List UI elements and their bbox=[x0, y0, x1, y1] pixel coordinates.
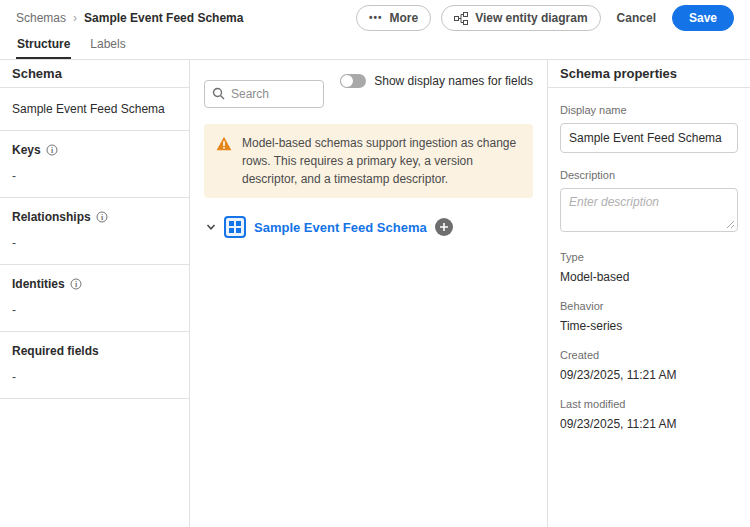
sidebar-section-identities: Identities i - bbox=[0, 265, 189, 332]
display-names-toggle-row: Show display names for fields bbox=[340, 74, 533, 88]
entity-diagram-icon bbox=[454, 12, 468, 25]
tab-structure[interactable]: Structure bbox=[16, 36, 71, 59]
display-name-input[interactable] bbox=[560, 123, 738, 153]
topbar-actions: ••• More View entity diagram Cancel Save bbox=[356, 5, 734, 31]
cancel-button[interactable]: Cancel bbox=[611, 5, 662, 31]
last-modified-value: 09/23/2025, 11:21 AM bbox=[560, 417, 738, 431]
created-value: 09/23/2025, 11:21 AM bbox=[560, 368, 738, 382]
add-field-button[interactable] bbox=[435, 218, 453, 236]
description-input[interactable] bbox=[560, 188, 738, 232]
plus-icon bbox=[440, 223, 448, 231]
more-label: More bbox=[389, 11, 418, 25]
sidebar-section-relationships: Relationships i - bbox=[0, 198, 189, 265]
sidebar-section-keys: Keys i - bbox=[0, 131, 189, 198]
toggle-knob bbox=[341, 75, 353, 87]
identities-section-label: Identities bbox=[12, 277, 65, 291]
required-fields-section-label: Required fields bbox=[12, 344, 99, 358]
svg-text:i: i bbox=[101, 213, 104, 222]
svg-text:i: i bbox=[51, 146, 54, 155]
identities-section-value: - bbox=[12, 303, 177, 317]
description-label: Description bbox=[560, 169, 738, 181]
keys-section-label: Keys bbox=[12, 143, 41, 157]
info-icon[interactable]: i bbox=[70, 278, 82, 290]
view-entity-diagram-button[interactable]: View entity diagram bbox=[441, 5, 600, 31]
last-modified-label: Last modified bbox=[560, 398, 738, 410]
chevron-down-icon[interactable] bbox=[206, 222, 216, 232]
tree-root-schema-name[interactable]: Sample Event Feed Schema bbox=[254, 220, 427, 235]
tab-bar: Structure Labels bbox=[0, 36, 750, 60]
breadcrumb-separator: › bbox=[73, 11, 77, 25]
breadcrumb-current: Sample Event Feed Schema bbox=[84, 11, 243, 25]
relationships-section-label: Relationships bbox=[12, 210, 91, 224]
schema-properties-panel: Schema properties Display name Descripti… bbox=[547, 60, 750, 527]
structure-canvas: Show display names for fields Model-base… bbox=[190, 60, 547, 527]
display-name-label: Display name bbox=[560, 104, 738, 116]
model-based-warning-banner: Model-based schemas support ingestion as… bbox=[204, 124, 533, 198]
warning-text: Model-based schemas support ingestion as… bbox=[242, 134, 521, 188]
info-icon[interactable]: i bbox=[96, 211, 108, 223]
sidebar-title: Schema bbox=[0, 60, 189, 88]
content-area: Schema Sample Event Feed Schema Keys i -… bbox=[0, 60, 750, 527]
toggle-label: Show display names for fields bbox=[374, 74, 533, 88]
warning-icon bbox=[216, 136, 232, 151]
search-box bbox=[204, 80, 324, 108]
breadcrumb-schemas-link[interactable]: Schemas bbox=[16, 11, 66, 25]
sidebar-item-schema[interactable]: Sample Event Feed Schema bbox=[0, 88, 189, 131]
type-label: Type bbox=[560, 251, 738, 263]
created-label: Created bbox=[560, 349, 738, 361]
required-fields-section-value: - bbox=[12, 370, 177, 384]
behavior-value: Time-series bbox=[560, 319, 738, 333]
sidebar-section-required-fields: Required fields - bbox=[0, 332, 189, 399]
type-value: Model-based bbox=[560, 270, 738, 284]
behavior-label: Behavior bbox=[560, 300, 738, 312]
show-display-names-toggle[interactable] bbox=[340, 74, 366, 88]
more-icon: ••• bbox=[369, 12, 383, 23]
tab-labels[interactable]: Labels bbox=[89, 36, 126, 59]
schema-properties-title: Schema properties bbox=[548, 60, 750, 88]
schema-tree-root-row: Sample Event Feed Schema bbox=[204, 216, 533, 238]
info-icon[interactable]: i bbox=[46, 144, 58, 156]
relationships-section-value: - bbox=[12, 236, 177, 250]
breadcrumb: Schemas › Sample Event Feed Schema bbox=[16, 11, 243, 25]
view-entity-diagram-label: View entity diagram bbox=[475, 11, 587, 25]
keys-section-value: - bbox=[12, 169, 177, 183]
search-icon bbox=[212, 87, 225, 100]
top-bar: Schemas › Sample Event Feed Schema ••• M… bbox=[0, 0, 750, 36]
schema-sidebar: Schema Sample Event Feed Schema Keys i -… bbox=[0, 60, 190, 527]
schema-root-icon bbox=[224, 216, 246, 238]
svg-text:i: i bbox=[75, 280, 78, 289]
save-button[interactable]: Save bbox=[672, 5, 734, 31]
more-button[interactable]: ••• More bbox=[356, 5, 431, 31]
